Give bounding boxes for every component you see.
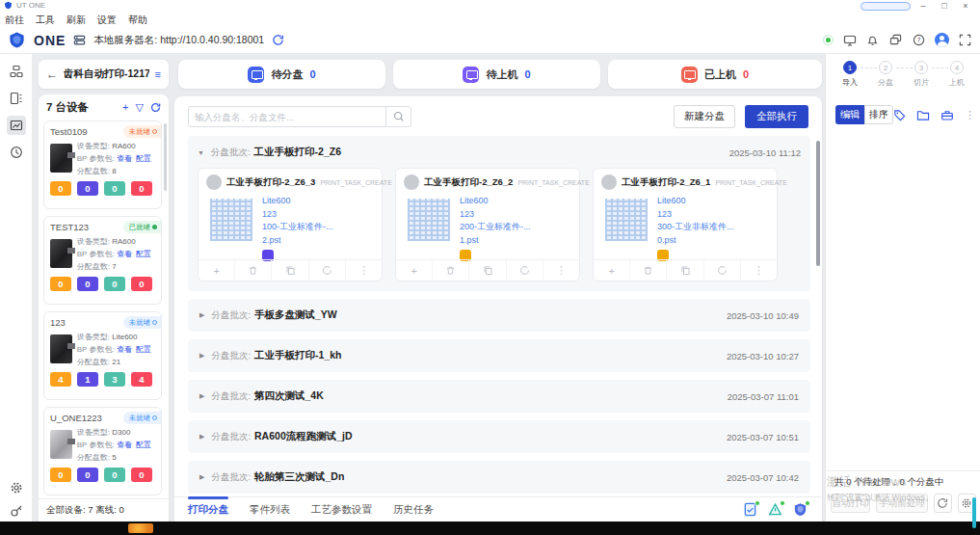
delete-icon[interactable] bbox=[234, 260, 271, 281]
minimize-button[interactable]: – bbox=[913, 0, 934, 13]
add-part-icon[interactable]: + bbox=[594, 260, 629, 281]
device-card[interactable]: TEST123 已就绪 设备类型: RA600 BP 参数包: 查看配置 分配盘… bbox=[43, 216, 162, 305]
search-icon[interactable] bbox=[385, 107, 411, 126]
auto-print-button[interactable]: 自动打印 bbox=[831, 494, 870, 513]
taskbar-icon[interactable] bbox=[128, 523, 153, 533]
rail-key-icon[interactable] bbox=[7, 501, 26, 521]
bp-config-link[interactable]: 配置 bbox=[136, 154, 151, 163]
device-card[interactable]: Test0109 未就绪 设备类型: RA600 BP 参数包: 查看配置 分配… bbox=[43, 120, 162, 209]
more-icon[interactable]: ⋮ bbox=[345, 260, 382, 281]
expand-caret-icon[interactable]: ▶ bbox=[199, 473, 204, 481]
summary-card-waiting[interactable]: 待上机 0 bbox=[393, 60, 600, 89]
batch-header[interactable]: ▶ 分盘批次: 手板多盘测试_YW 2025-03-10 10:49 bbox=[188, 299, 810, 332]
tab-history[interactable]: 历史任务 bbox=[393, 497, 434, 522]
rail-devices-icon[interactable] bbox=[7, 62, 26, 81]
step-plate[interactable]: 2 分盘 bbox=[871, 61, 900, 88]
add-part-icon[interactable]: + bbox=[396, 260, 432, 281]
batch-header[interactable]: ▶ 分盘批次: 第四次测试_4K 2025-03-07 11:01 bbox=[188, 380, 810, 413]
bp-config-link[interactable]: 配置 bbox=[136, 250, 151, 258]
close-button[interactable]: × bbox=[955, 0, 976, 13]
expand-caret-icon[interactable]: ▶ bbox=[199, 352, 204, 360]
bp-view-link[interactable]: 查看 bbox=[117, 345, 132, 354]
more-icon[interactable]: ⋮ bbox=[543, 260, 579, 281]
tag-icon[interactable] bbox=[893, 109, 906, 121]
bp-config-link[interactable]: 配置 bbox=[136, 345, 151, 354]
more-icon[interactable]: ⋮ bbox=[740, 260, 777, 281]
tab-process-params[interactable]: 工艺参数设置 bbox=[311, 497, 372, 522]
bp-config-link[interactable]: 配置 bbox=[136, 441, 151, 449]
menu-tools[interactable]: 工具 bbox=[36, 13, 55, 27]
menu-goto[interactable]: 前往 bbox=[5, 13, 24, 27]
maximize-button[interactable]: □ bbox=[934, 0, 955, 13]
summary-card-pending[interactable]: 待分盘 0 bbox=[178, 60, 385, 89]
toolbox-icon[interactable] bbox=[940, 109, 954, 121]
analysis-triangle-icon[interactable] bbox=[768, 502, 783, 518]
menu-refresh[interactable]: 刷新 bbox=[66, 13, 86, 27]
windows-layers-icon[interactable] bbox=[888, 33, 903, 47]
delete-icon[interactable] bbox=[432, 260, 468, 281]
plate-task-card[interactable]: 工业手板打印-2_Z6_1 PRINT_TASK_CREATE Lite600 … bbox=[593, 168, 778, 281]
right-edge-scrollbar[interactable] bbox=[972, 497, 976, 528]
step-import[interactable]: 1 导入 bbox=[835, 61, 864, 88]
rail-print-plates-icon[interactable] bbox=[7, 116, 26, 135]
expand-caret-icon[interactable]: ▶ bbox=[199, 311, 204, 319]
bp-view-link[interactable]: 查看 bbox=[117, 441, 132, 449]
server-list-icon[interactable] bbox=[73, 34, 86, 46]
more-icon[interactable]: ⋮ bbox=[965, 109, 975, 121]
rail-history-icon[interactable] bbox=[7, 143, 26, 162]
batch-header[interactable]: ▶ 分盘批次: 工业手板打印-1_kh 2025-03-10 10:27 bbox=[188, 339, 810, 372]
run-all-button[interactable]: 全部执行 bbox=[745, 105, 808, 128]
batch-header[interactable]: ▶ 分盘批次: 轮胎第三次测试_Dn 2025-03-07 10:42 bbox=[188, 461, 810, 494]
summary-card-loaded[interactable]: 已上机 0 bbox=[608, 60, 822, 89]
collapse-caret-icon[interactable]: ▼ bbox=[198, 149, 204, 156]
refresh-devices-icon[interactable] bbox=[150, 102, 161, 113]
batch-list-scrollbar[interactable] bbox=[816, 141, 820, 266]
copy-icon[interactable] bbox=[468, 260, 505, 281]
device-list-scrollbar[interactable] bbox=[164, 123, 167, 191]
fullscreen-icon[interactable] bbox=[958, 33, 972, 47]
expand-caret-icon[interactable]: ▶ bbox=[199, 392, 204, 400]
refresh-icon[interactable] bbox=[506, 260, 543, 281]
menu-settings[interactable]: 设置 bbox=[97, 13, 117, 27]
search-input[interactable] bbox=[189, 112, 385, 122]
copy-icon[interactable] bbox=[666, 260, 702, 281]
bp-view-link[interactable]: 查看 bbox=[117, 154, 132, 163]
help-icon[interactable]: ? bbox=[912, 33, 926, 47]
filter-devices-icon[interactable]: ▽ bbox=[136, 101, 144, 114]
expand-caret-icon[interactable]: ▶ bbox=[199, 433, 204, 441]
titlebar-pill[interactable] bbox=[861, 2, 911, 11]
connection-status-icon[interactable] bbox=[823, 35, 834, 45]
notifications-bell-icon[interactable] bbox=[865, 33, 880, 47]
plate-task-card[interactable]: 工业手板打印-2_Z6_3 PRINT_TASK_CREATE Lite600 … bbox=[198, 168, 383, 281]
device-card[interactable]: U_ONE1223 未就绪 设备类型: D300 BP 参数包: 查看配置 分配… bbox=[43, 407, 162, 495]
refresh-button[interactable] bbox=[934, 494, 952, 513]
bp-view-link[interactable]: 查看 bbox=[117, 250, 132, 258]
plate-task-card[interactable]: 工业手板打印-2_Z6_2 PRINT_TASK_CREATE Lite600 … bbox=[395, 168, 580, 281]
delete-icon[interactable] bbox=[629, 260, 666, 281]
device-card[interactable]: 123 未就绪 设备类型: Lite600 BP 参数包: 查看配置 分配盘数:… bbox=[43, 311, 162, 400]
project-menu-icon[interactable]: ≡ bbox=[155, 68, 161, 80]
refresh-icon[interactable] bbox=[703, 260, 740, 281]
add-part-icon[interactable]: + bbox=[199, 260, 234, 281]
copy-icon[interactable] bbox=[271, 260, 307, 281]
batch-header[interactable]: ▼ 分盘批次: 工业手板打印-2_Z6 2025-03-10 11:12 bbox=[198, 144, 801, 161]
tab-part-list[interactable]: 零件列表 bbox=[250, 497, 290, 522]
user-avatar-icon[interactable] bbox=[935, 33, 949, 47]
edit-button[interactable]: 编辑 bbox=[835, 105, 864, 124]
folder-icon[interactable] bbox=[916, 109, 930, 121]
tab-print-plates[interactable]: 打印分盘 bbox=[188, 497, 228, 522]
server-refresh-icon[interactable] bbox=[272, 34, 284, 46]
step-slice[interactable]: 3 切片 bbox=[907, 61, 936, 88]
step-machine[interactable]: 4 上机 bbox=[942, 61, 971, 88]
shield-service-icon[interactable] bbox=[793, 502, 808, 518]
back-arrow-icon[interactable]: ← bbox=[46, 67, 58, 81]
refresh-icon[interactable] bbox=[308, 260, 345, 281]
menu-help[interactable]: 帮助 bbox=[128, 13, 147, 27]
rail-tasks-icon[interactable] bbox=[7, 89, 26, 108]
sort-button[interactable]: 排序 bbox=[864, 105, 893, 124]
batch-header[interactable]: ▶ 分盘批次: RA600流程跑测试_jD 2025-03-07 10:51 bbox=[188, 420, 810, 453]
new-batch-button[interactable]: 新建分盘 bbox=[674, 105, 735, 128]
device-monitor-icon[interactable] bbox=[842, 33, 857, 47]
report-doc-icon[interactable] bbox=[743, 502, 758, 518]
add-device-icon[interactable]: + bbox=[122, 101, 128, 113]
